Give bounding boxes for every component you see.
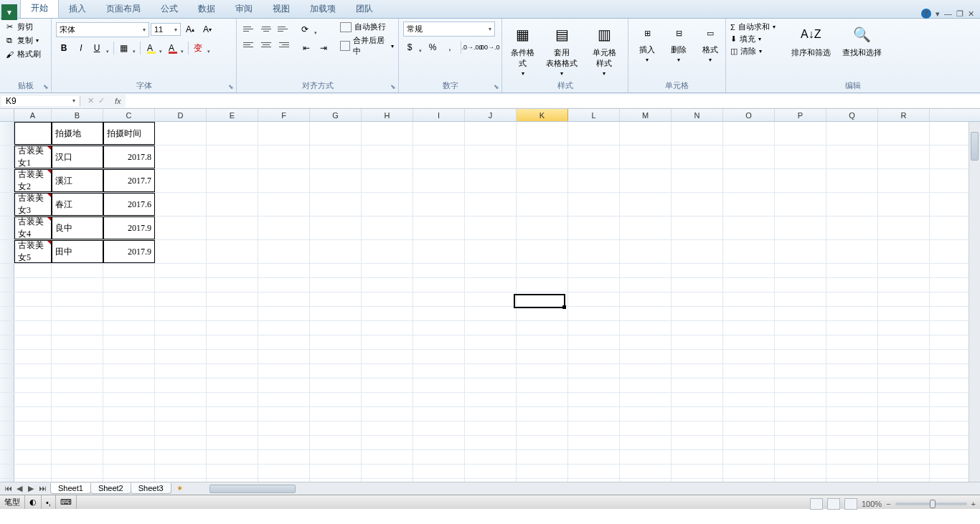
- merge-center-button[interactable]: 合并后居中▾: [340, 35, 394, 57]
- new-sheet-button[interactable]: ✶: [175, 484, 185, 493]
- cell[interactable]: [568, 216, 620, 239]
- format-cells-button[interactable]: ▭ 格式▾: [696, 22, 725, 65]
- cell[interactable]: [413, 169, 465, 192]
- cell[interactable]: [672, 292, 723, 306]
- cell[interactable]: [723, 169, 775, 192]
- italic-button[interactable]: I: [73, 40, 89, 56]
- cell[interactable]: [672, 216, 723, 239]
- cell[interactable]: [826, 278, 878, 292]
- cell[interactable]: 2017.7: [103, 169, 155, 192]
- cell[interactable]: [362, 292, 413, 306]
- cell[interactable]: [207, 350, 258, 363]
- tab-加载项[interactable]: 加载项: [300, 0, 346, 18]
- cell[interactable]: [207, 450, 258, 464]
- cell[interactable]: [826, 436, 878, 449]
- cell[interactable]: [878, 378, 930, 392]
- cell[interactable]: [155, 216, 207, 239]
- bold-button[interactable]: B: [56, 40, 72, 56]
- cell[interactable]: [465, 146, 517, 168]
- cell[interactable]: [826, 169, 878, 192]
- cell[interactable]: [568, 364, 620, 378]
- cell[interactable]: [155, 169, 207, 192]
- tab-审阅[interactable]: 审阅: [225, 0, 263, 18]
- cell[interactable]: [258, 240, 310, 263]
- cell[interactable]: [207, 321, 258, 335]
- cell[interactable]: [207, 169, 258, 192]
- cell[interactable]: [826, 307, 878, 320]
- page-break-view-button[interactable]: [844, 498, 857, 510]
- tab-公式[interactable]: 公式: [151, 0, 188, 18]
- cell[interactable]: [465, 393, 517, 406]
- cell[interactable]: [258, 465, 310, 478]
- row-header[interactable]: [0, 264, 14, 277]
- cell[interactable]: [413, 393, 465, 406]
- tab-视图[interactable]: 视图: [263, 0, 300, 18]
- cell[interactable]: [620, 193, 672, 216]
- cell[interactable]: [878, 350, 930, 363]
- ime-punct-button[interactable]: •,: [42, 495, 56, 509]
- cell[interactable]: [155, 421, 207, 435]
- cell[interactable]: [517, 436, 568, 449]
- cell[interactable]: [14, 479, 52, 482]
- cell[interactable]: [465, 193, 517, 216]
- cell[interactable]: [14, 393, 52, 406]
- decrease-font-button[interactable]: A▾: [199, 22, 215, 37]
- cell[interactable]: [258, 264, 310, 277]
- cell[interactable]: [362, 307, 413, 320]
- format-painter-button[interactable]: 🖌格式刷: [4, 49, 41, 59]
- cell[interactable]: [723, 335, 775, 349]
- first-sheet-button[interactable]: ⏮: [3, 484, 13, 493]
- cell[interactable]: [465, 421, 517, 435]
- cell[interactable]: [52, 450, 103, 464]
- ime-keyboard-button[interactable]: ⌨: [56, 495, 77, 509]
- dialog-launcher-icon[interactable]: ⬊: [494, 83, 499, 90]
- cell[interactable]: [14, 292, 52, 306]
- cell[interactable]: 2017.6: [103, 193, 155, 216]
- cell[interactable]: [620, 465, 672, 478]
- cell[interactable]: [878, 450, 930, 464]
- cell[interactable]: [155, 350, 207, 363]
- ime-mode[interactable]: 笔型: [0, 495, 25, 509]
- column-header[interactable]: A: [14, 109, 52, 121]
- cell[interactable]: [14, 278, 52, 292]
- border-button[interactable]: ▦: [117, 40, 137, 56]
- cell[interactable]: [672, 393, 723, 406]
- cell[interactable]: [310, 169, 362, 192]
- cell[interactable]: [362, 240, 413, 263]
- cell[interactable]: [413, 307, 465, 320]
- cell[interactable]: [207, 240, 258, 263]
- cell[interactable]: [775, 122, 826, 145]
- row-header[interactable]: [0, 393, 14, 406]
- cell[interactable]: [465, 278, 517, 292]
- cell[interactable]: [310, 479, 362, 482]
- align-bottom-button[interactable]: [275, 22, 291, 36]
- cell[interactable]: [723, 307, 775, 320]
- cell[interactable]: [568, 350, 620, 363]
- cell[interactable]: [568, 122, 620, 145]
- cell[interactable]: [207, 193, 258, 216]
- column-header[interactable]: M: [620, 109, 672, 121]
- cell[interactable]: [826, 479, 878, 482]
- next-sheet-button[interactable]: ▶: [26, 484, 36, 493]
- cell[interactable]: [620, 278, 672, 292]
- cell[interactable]: [52, 350, 103, 363]
- fill-color-button[interactable]: A: [143, 40, 164, 56]
- column-header[interactable]: C: [103, 109, 155, 121]
- cell[interactable]: 古装美女1: [14, 146, 52, 168]
- cell[interactable]: [103, 436, 155, 449]
- cell[interactable]: [14, 450, 52, 464]
- cell[interactable]: [362, 169, 413, 192]
- prev-sheet-button[interactable]: ◀: [14, 484, 24, 493]
- fill-button[interactable]: ⬇填充▾: [730, 34, 776, 44]
- cell[interactable]: [723, 146, 775, 168]
- increase-indent-button[interactable]: ⇥: [316, 40, 331, 56]
- increase-decimal-button[interactable]: .0→.00: [464, 39, 480, 55]
- name-box[interactable]: K9▾: [1, 96, 80, 106]
- row-header[interactable]: [0, 216, 14, 239]
- column-header[interactable]: F: [258, 109, 310, 121]
- cell[interactable]: [362, 479, 413, 482]
- increase-font-button[interactable]: A▴: [182, 22, 198, 37]
- cell[interactable]: [517, 278, 568, 292]
- cell[interactable]: [465, 216, 517, 239]
- column-header[interactable]: I: [413, 109, 465, 121]
